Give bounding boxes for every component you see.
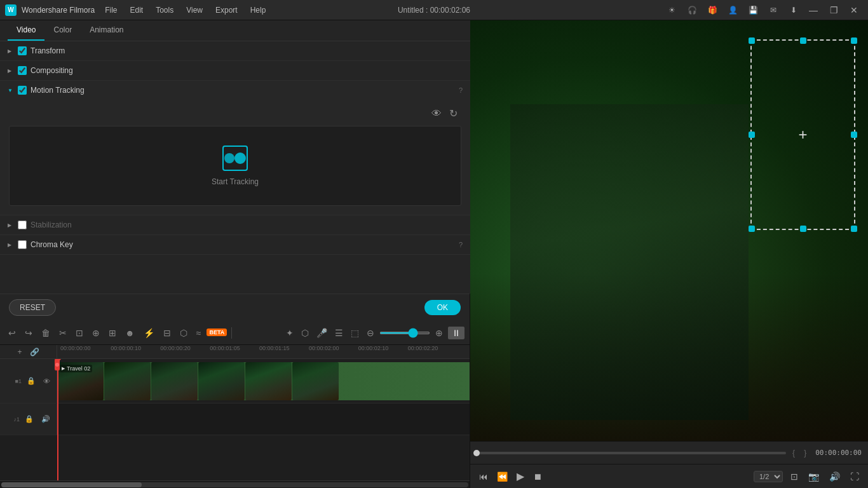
sel-handle-tm[interactable]	[800, 37, 806, 44]
mt-track-icon	[222, 146, 248, 171]
pause-all-button[interactable]: ⏸	[448, 327, 465, 339]
sel-handle-bl[interactable]	[749, 226, 755, 232]
sel-handle-br[interactable]	[851, 226, 857, 232]
menu-tools[interactable]: Tools	[151, 4, 179, 16]
track-lock-button[interactable]: 🔒	[24, 376, 38, 386]
menu-edit[interactable]: Edit	[125, 4, 149, 16]
cut-button[interactable]: ✂	[56, 326, 70, 340]
titlebar: W Wondershare Filmora File Edit Tools Vi…	[0, 0, 868, 20]
add-track-button[interactable]: +	[15, 346, 24, 358]
play-button[interactable]: ▶	[514, 469, 527, 484]
sticker-button[interactable]: ☻	[122, 326, 138, 340]
account-icon[interactable]: 👤	[724, 3, 741, 17]
transform-checkbox[interactable]	[18, 46, 27, 55]
settings-button[interactable]: ⛶	[848, 470, 862, 483]
link-track-button[interactable]: 🔗	[27, 346, 42, 358]
mail-icon[interactable]: ✉	[765, 3, 782, 17]
gift-icon[interactable]: 🎁	[704, 3, 721, 17]
video-clip[interactable]: ▶ Travel 02	[57, 362, 470, 400]
stabilization-checkbox[interactable]	[18, 220, 27, 229]
app-name: Wondershare Filmora	[22, 6, 95, 15]
replace-button[interactable]: ⬚	[348, 327, 362, 339]
chroma-key-help[interactable]: ?	[459, 241, 463, 248]
audio-stretch-button[interactable]: ≈	[193, 326, 205, 340]
screenshot-button[interactable]: 📷	[806, 470, 822, 483]
ruler-mark-4: 00:00:01:15	[259, 345, 290, 351]
mt-reset-button[interactable]: ↻	[448, 106, 459, 121]
audio-track-body[interactable]	[57, 403, 470, 435]
reset-button[interactable]: RESET	[9, 299, 56, 316]
compositing-header[interactable]: ▶ Compositing	[0, 61, 470, 80]
zoom-clip-button[interactable]: ⊕	[89, 326, 103, 340]
zoom-minus-button[interactable]: ⊖	[364, 327, 377, 339]
redo-button[interactable]: ↪	[22, 326, 36, 340]
menu-file[interactable]: File	[100, 4, 122, 16]
video-track-body[interactable]: ▶ Travel 02	[57, 359, 470, 403]
effects-button[interactable]: ✦	[283, 327, 296, 339]
sel-handle-rm[interactable]	[851, 132, 857, 138]
speed-button[interactable]: ⚡	[140, 326, 158, 340]
crop-button[interactable]: ⊡	[72, 326, 86, 340]
undo-button[interactable]: ↩	[5, 326, 19, 340]
save-icon[interactable]: 💾	[745, 3, 761, 17]
menu-view[interactable]: View	[181, 4, 208, 16]
zoom-slider[interactable]	[379, 332, 430, 334]
color-button[interactable]: ⬡	[177, 326, 191, 340]
close-button[interactable]: ✕	[845, 3, 863, 17]
chroma-key-checkbox[interactable]	[18, 240, 27, 249]
fullscreen-button[interactable]: ⊡	[788, 470, 801, 483]
scrollbar-track[interactable]	[1, 482, 468, 487]
transform-header[interactable]: ▶ Transform	[0, 41, 470, 60]
progress-handle[interactable]	[473, 450, 480, 456]
track-visible-button[interactable]: 👁	[41, 376, 53, 386]
delete-button[interactable]: 🗑	[38, 326, 53, 340]
notification-icon[interactable]: ☀	[663, 3, 680, 17]
sel-handle-tr[interactable]	[851, 37, 857, 44]
voiceover-button[interactable]: 🎤	[314, 327, 330, 339]
app-logo: W	[5, 4, 17, 16]
step-back-button[interactable]: ⏮	[477, 470, 491, 483]
sel-handle-lm[interactable]	[749, 132, 755, 138]
audio-mute-button[interactable]: 🔊	[39, 414, 53, 424]
tab-animation[interactable]: Animation	[81, 20, 132, 41]
scrollbar-thumb[interactable]	[1, 482, 142, 487]
mask-button[interactable]: ⬡	[299, 327, 311, 339]
timeline-scrollbar[interactable]	[0, 480, 470, 488]
motion-tracking-help[interactable]: ?	[459, 86, 463, 94]
sel-handle-bm[interactable]	[800, 226, 806, 232]
clip-thumb-5	[245, 362, 292, 400]
motion-tracking-checkbox[interactable]	[18, 86, 27, 95]
minimize-button[interactable]: —	[804, 3, 822, 17]
headset-icon[interactable]: 🎧	[684, 3, 700, 17]
chroma-key-header[interactable]: ▶ Chroma Key ?	[0, 235, 470, 254]
menu-help[interactable]: Help	[245, 4, 271, 16]
selection-overlay[interactable]: +	[750, 39, 855, 230]
subtitle-button[interactable]: ☰	[332, 327, 346, 339]
motion-tracking-header[interactable]: ▼ Motion Tracking ?	[0, 81, 470, 100]
maximize-button[interactable]: ❐	[825, 3, 843, 17]
menu-export[interactable]: Export	[210, 4, 243, 16]
ok-button[interactable]: OK	[424, 300, 461, 315]
compositing-checkbox[interactable]	[18, 66, 27, 75]
quality-select[interactable]: 1/2	[754, 471, 783, 482]
full-screen-button[interactable]: ⊟	[160, 326, 174, 340]
right-controls: 1/2 ⊡ 📷 🔊 ⛶	[754, 470, 862, 483]
zoom-plus-button[interactable]: ⊕	[433, 327, 445, 339]
audio-lock-button[interactable]: 🔒	[22, 414, 36, 424]
tab-color[interactable]: Color	[44, 20, 81, 41]
mt-eye-button[interactable]: 👁	[430, 106, 443, 121]
preview-progress[interactable]	[477, 452, 786, 454]
tab-video[interactable]: Video	[8, 20, 44, 41]
zoom-out-clip-button[interactable]: ⊞	[105, 326, 119, 340]
stabilization-header[interactable]: ▶ Stabilization	[0, 215, 470, 234]
ruler-mark-1: 00:00:00:10	[111, 345, 141, 351]
frame-back-button[interactable]: ⏪	[494, 470, 510, 483]
download-icon[interactable]: ⬇	[785, 3, 802, 17]
playhead-dot	[55, 363, 59, 367]
volume-button[interactable]: 🔊	[827, 470, 843, 483]
toolbar-separator	[231, 327, 232, 339]
sel-handle-tl[interactable]	[749, 37, 755, 44]
left-panel: Video Color Animation ▶ Transform ▶ Comp…	[0, 20, 470, 488]
window-title: Untitled : 00:00:02:06	[398, 6, 470, 15]
stop-button[interactable]: ⏹	[531, 470, 545, 483]
